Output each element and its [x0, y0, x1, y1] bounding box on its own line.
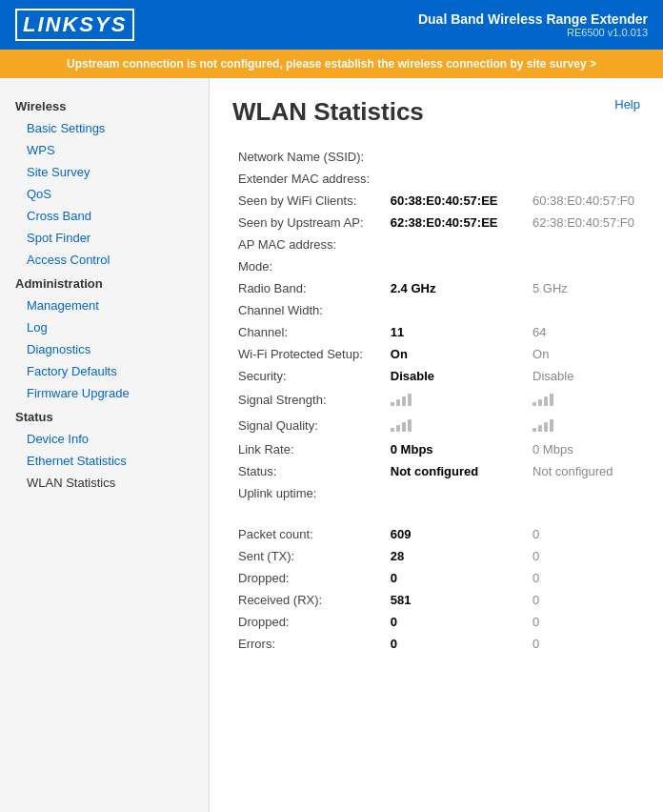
table-row: Seen by WiFi Clients: 60:38:E0:40:57:EE …: [232, 190, 640, 212]
table-row: Dropped: 0 0: [232, 611, 640, 633]
field-label: Link Rate:: [232, 438, 385, 460]
field-val1: 62:38:E0:40:57:EE: [385, 212, 527, 233]
field-val2: 60:38:E0:40:57:F0: [527, 190, 640, 212]
signal-bars-icon: [391, 416, 412, 432]
field-label: Dropped:: [232, 611, 385, 633]
table-row: Errors: 0 0: [232, 633, 640, 655]
field-val2: [527, 146, 640, 168]
table-row: Channel Width:: [232, 299, 640, 321]
field-label: Security:: [232, 365, 385, 387]
sidebar-item-ethernet-statistics[interactable]: Ethernet Statistics: [0, 450, 209, 472]
field-val2: 0: [527, 523, 640, 545]
sidebar-item-factory-defaults[interactable]: Factory Defaults: [0, 360, 209, 382]
table-row: AP MAC address:: [232, 233, 640, 255]
signal-quality-val2: [527, 413, 640, 438]
field-val1: 0 Mbps: [385, 438, 527, 460]
header-title: Dual Band Wireless Range Extender: [418, 11, 648, 27]
field-val2: [527, 299, 640, 321]
signal-bars-icon: [391, 391, 412, 406]
sidebar-section-administration: Administration: [0, 271, 209, 294]
table-row: Channel: 11 64: [232, 321, 640, 343]
field-label: Dropped:: [232, 567, 385, 589]
field-val2: 64: [527, 321, 640, 343]
field-label: Received (RX):: [232, 589, 385, 611]
table-row: Received (RX): 581 0: [232, 589, 640, 611]
field-val2: 0 Mbps: [527, 438, 640, 460]
table-row: Mode:: [232, 255, 640, 277]
field-val2: 0: [527, 633, 640, 655]
field-label: Channel:: [232, 321, 385, 343]
signal-bars-icon: [532, 416, 553, 432]
field-val2: On: [527, 343, 640, 365]
table-row-signal-quality: Signal Quality:: [232, 413, 640, 438]
field-label: Errors:: [232, 633, 385, 655]
table-row: Dropped: 0 0: [232, 567, 640, 589]
table-row: Extender MAC address:: [232, 168, 640, 190]
warning-bar[interactable]: Upstream connection is not configured, p…: [0, 50, 663, 78]
field-val1: Not configured: [385, 460, 527, 482]
field-val1: [385, 299, 527, 321]
sidebar-item-basic-settings[interactable]: Basic Settings: [0, 117, 209, 139]
field-label: Sent (TX):: [232, 545, 385, 567]
signal-quality-val1: [385, 413, 527, 438]
field-label: Status:: [232, 460, 385, 482]
field-label: AP MAC address:: [232, 233, 385, 255]
field-val2: [527, 482, 640, 504]
field-label: Seen by WiFi Clients:: [232, 190, 385, 212]
field-val1: 581: [385, 589, 527, 611]
sidebar-section-wireless: Wireless: [0, 93, 209, 117]
table-row: Network Name (SSID):: [232, 146, 640, 168]
sidebar-item-log[interactable]: Log: [0, 316, 209, 338]
table-row: Radio Band: 2.4 GHz 5 GHz: [232, 277, 640, 299]
sidebar-item-site-survey[interactable]: Site Survey: [0, 161, 209, 183]
field-val2: Disable: [527, 365, 640, 387]
help-link[interactable]: Help: [614, 97, 640, 112]
field-val1: [385, 233, 527, 255]
sidebar-item-wps[interactable]: WPS: [0, 139, 209, 161]
sidebar-item-qos[interactable]: QoS: [0, 183, 209, 205]
spacer-row: [232, 504, 640, 523]
field-label: Seen by Upstream AP:: [232, 212, 385, 233]
field-val2: 62:38:E0:40:57:F0: [527, 212, 640, 233]
page-header: WLAN Statistics Help: [232, 97, 640, 127]
field-val1: [385, 146, 527, 168]
sidebar: Wireless Basic Settings WPS Site Survey …: [0, 78, 210, 812]
table-row: Seen by Upstream AP: 62:38:E0:40:57:EE 6…: [232, 212, 640, 233]
signal-bars-icon: [532, 391, 553, 406]
table-row-signal-strength: Signal Strength:: [232, 387, 640, 413]
sidebar-item-wlan-statistics: WLAN Statistics: [0, 472, 209, 494]
field-val1: Disable: [385, 365, 527, 387]
field-val1: 609: [385, 523, 527, 545]
table-row: Sent (TX): 28 0: [232, 545, 640, 567]
table-row: Security: Disable Disable: [232, 365, 640, 387]
field-label: Signal Strength:: [232, 387, 385, 413]
field-label: Mode:: [232, 255, 385, 277]
sidebar-item-management[interactable]: Management: [0, 294, 209, 316]
field-label: Wi-Fi Protected Setup:: [232, 343, 385, 365]
field-label: Packet count:: [232, 523, 385, 545]
field-val2: 0: [527, 589, 640, 611]
field-val1: [385, 255, 527, 277]
field-val2: [527, 255, 640, 277]
table-row: Wi-Fi Protected Setup: On On: [232, 343, 640, 365]
sidebar-item-device-info[interactable]: Device Info: [0, 428, 209, 450]
sidebar-item-access-control[interactable]: Access Control: [0, 249, 209, 271]
header: LINKSYS Dual Band Wireless Range Extende…: [0, 0, 663, 50]
sidebar-item-spot-finder[interactable]: Spot Finder: [0, 227, 209, 249]
field-label: Network Name (SSID):: [232, 146, 385, 168]
field-label: Uplink uptime:: [232, 482, 385, 504]
field-val2: 0: [527, 567, 640, 589]
page-title: WLAN Statistics: [232, 97, 424, 127]
sidebar-item-diagnostics[interactable]: Diagnostics: [0, 338, 209, 360]
table-row: Uplink uptime:: [232, 482, 640, 504]
field-val2: 5 GHz: [527, 277, 640, 299]
field-val2: 0: [527, 611, 640, 633]
sidebar-item-firmware-upgrade[interactable]: Firmware Upgrade: [0, 382, 209, 404]
field-label: Extender MAC address:: [232, 168, 385, 190]
sidebar-item-cross-band[interactable]: Cross Band: [0, 205, 209, 227]
logo: LINKSYS: [15, 9, 134, 41]
field-label: Radio Band:: [232, 277, 385, 299]
field-val2: Not configured: [527, 460, 640, 482]
field-val1: 60:38:E0:40:57:EE: [385, 190, 527, 212]
header-info: Dual Band Wireless Range Extender RE6500…: [418, 11, 648, 38]
